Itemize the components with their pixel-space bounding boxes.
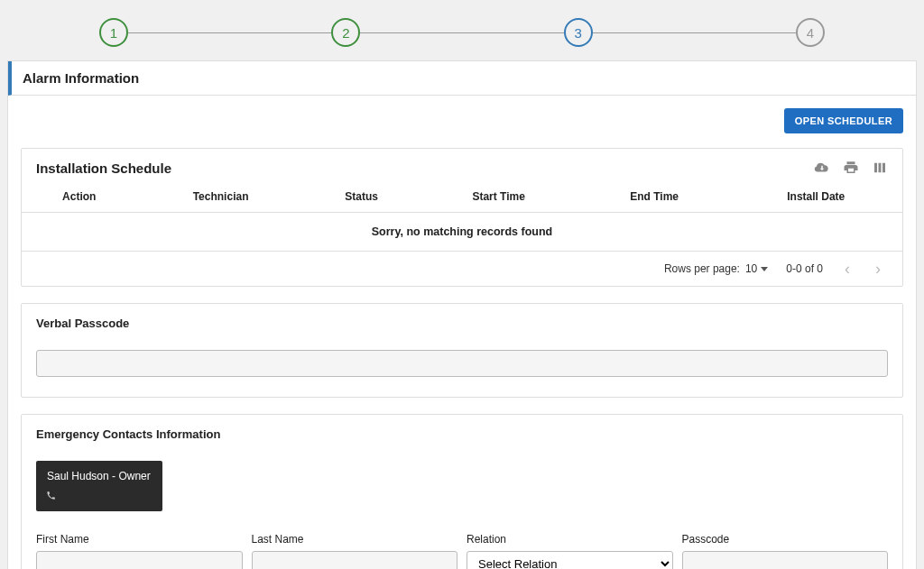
emergency-contacts-title: Emergency Contacts Information [36,427,888,441]
print-icon[interactable] [843,160,859,176]
step-4[interactable]: 4 [796,18,825,47]
last-name-input[interactable] [252,551,458,569]
verbal-passcode-input[interactable] [36,350,888,377]
step-line [593,32,796,33]
rows-per-page-select[interactable]: 10 [745,262,768,275]
prev-page-button[interactable]: ‹ [841,261,854,277]
first-name-label: First Name [36,533,243,546]
installation-schedule-title: Installation Schedule [36,161,171,176]
col-technician[interactable]: Technician [137,181,305,213]
pagination-range: 0-0 of 0 [786,262,823,275]
last-name-label: Last Name [252,533,458,546]
passcode-input[interactable] [682,551,889,569]
chevron-down-icon [761,267,768,271]
step-2[interactable]: 2 [331,18,360,47]
contact-form-row: First Name Last Name Relation Select Rel… [36,533,888,569]
verbal-passcode-title: Verbal Passcode [36,317,888,330]
emergency-contacts-card: Emergency Contacts Information Saul Huds… [21,414,903,569]
col-end-time[interactable]: End Time [579,181,730,213]
passcode-label: Passcode [682,533,889,546]
wizard-stepper: 1 2 3 4 [0,0,924,60]
next-page-button[interactable]: › [872,261,884,277]
col-start-time[interactable]: Start Time [419,181,579,213]
first-name-input[interactable] [36,551,243,569]
col-status[interactable]: Status [305,181,419,213]
contact-chip-name: Saul Hudson - Owner [47,470,152,482]
installation-schedule-card: Installation Schedule [21,148,903,287]
contact-chip[interactable]: Saul Hudson - Owner [36,461,162,511]
phone-icon [47,491,152,502]
installation-schedule-table: Action Technician Status Start Time End … [22,181,902,252]
empty-message: Sorry, no matching records found [22,213,902,252]
columns-icon[interactable] [872,160,888,176]
table-pagination: Rows per page: 10 0-0 of 0 ‹ › [22,252,902,286]
step-line [360,32,563,33]
col-install-date[interactable]: Install Date [730,181,902,213]
main-panel: Alarm Information OPEN SCHEDULER Install… [7,60,917,569]
step-1[interactable]: 1 [99,18,128,47]
open-scheduler-button[interactable]: OPEN SCHEDULER [784,108,903,133]
step-line [128,32,331,33]
page-title: Alarm Information [8,61,916,96]
relation-label: Relation [467,533,673,546]
relation-select[interactable]: Select Relation [467,551,673,569]
download-icon[interactable] [814,160,830,176]
col-action[interactable]: Action [22,181,137,213]
rows-per-page-label: Rows per page: [664,262,740,275]
verbal-passcode-card: Verbal Passcode [21,303,903,398]
step-3[interactable]: 3 [564,18,593,47]
